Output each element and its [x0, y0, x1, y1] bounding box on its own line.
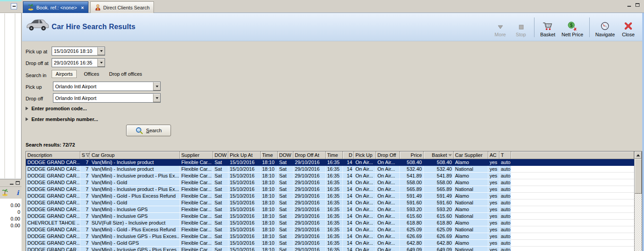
- drop-off-dropdown-button[interactable]: [153, 94, 160, 102]
- pick-up-at-dropdown-button[interactable]: [97, 47, 105, 55]
- drop-off-at-dropdown-button[interactable]: [97, 59, 105, 67]
- tab-booking-ref[interactable]: Book. ref.: <none> ×: [23, 1, 88, 13]
- table-row[interactable]: DODGE GRAND CAR...7Van(Mini) - Inclusive…: [26, 166, 634, 173]
- cell: Van(Mini) - Inclusive GPS: [90, 213, 180, 220]
- nett-price-button[interactable]: $ Nett Price: [558, 17, 586, 38]
- table-row[interactable]: DODGE GRAND CAR...7Van(Mini) - Inclusive…: [26, 247, 634, 251]
- drop-off-at-field[interactable]: 29/10/2016 16:35: [52, 58, 105, 67]
- column-header[interactable]: Price: [400, 151, 424, 159]
- tab-direct-clients-search[interactable]: Direct Clients Search: [90, 1, 154, 13]
- cell: auto: [499, 179, 511, 186]
- cell: yes: [488, 220, 499, 226]
- pick-up-dropdown-button[interactable]: [153, 82, 160, 91]
- cell: National: [454, 247, 488, 251]
- panel-icon-row: i: [0, 187, 22, 199]
- basket-button[interactable]: Basket: [537, 17, 559, 38]
- panel-minimize-icon[interactable]: [10, 184, 13, 185]
- table-row[interactable]: CHEVROLET TAHOE ...7SUV(Full Size) - Inc…: [26, 220, 634, 226]
- column-header[interactable]: Pick Up: [354, 151, 376, 159]
- cell: On Air...: [354, 179, 376, 186]
- cell: 15/10/2016: [228, 179, 261, 186]
- cell: On Air...: [376, 173, 400, 179]
- table-row[interactable]: DODGE GRAND CAR...7Van(Mini) - Inclusive…: [26, 213, 634, 220]
- info-icon[interactable]: i: [17, 189, 19, 196]
- cell: 649.09: [400, 247, 424, 251]
- scrollbar-thumb[interactable]: [635, 159, 642, 194]
- cell: 16:35: [326, 213, 343, 220]
- column-header[interactable]: Description: [26, 151, 80, 159]
- search-in-option-offices[interactable]: Offices: [81, 70, 102, 78]
- column-header[interactable]: Time: [326, 151, 343, 159]
- window-minimize-button[interactable]: [627, 6, 631, 7]
- cell: Sat: [213, 233, 228, 240]
- column-header[interactable]: Drop Off: [376, 151, 400, 159]
- search-button[interactable]: Search: [126, 125, 171, 136]
- panel-restore-icon[interactable]: [16, 181, 20, 185]
- total-value: 0.00: [0, 216, 20, 222]
- cell: 15/10/2016: [228, 233, 261, 240]
- table-row[interactable]: DODGE GRAND CAR...7Van(Mini) - Gold - Pl…: [26, 226, 634, 233]
- table-row[interactable]: DODGE GRAND CAR...7Van(Mini) - GoldFlexi…: [26, 199, 634, 206]
- membership-number-expander[interactable]: Enter membership number...: [26, 117, 98, 122]
- table-row[interactable]: DODGE GRAND CAR...7Van(Mini) - Inclusive…: [26, 206, 634, 213]
- column-header[interactable]: Car Supplier: [454, 151, 488, 159]
- dock-collapse-button[interactable]: [11, 3, 17, 9]
- scroll-up-button[interactable]: [635, 151, 642, 159]
- cell: 14: [343, 206, 354, 213]
- table-row[interactable]: DODGE GRAND CAR...7Van(Mini) - Inclusive…: [26, 186, 634, 193]
- cell: 18:10: [261, 166, 278, 173]
- column-header[interactable]: S: [80, 151, 90, 159]
- search-in-option-airports[interactable]: Airports: [52, 70, 77, 78]
- cell: Sat: [278, 173, 294, 179]
- cell: 29/10/2016: [294, 159, 326, 166]
- cell: Sat: [213, 220, 228, 226]
- cell: auto: [499, 173, 511, 179]
- tab-close-icon[interactable]: ×: [81, 5, 84, 10]
- cell: 16:35: [326, 247, 343, 251]
- column-header[interactable]: DOW: [213, 151, 228, 159]
- column-header[interactable]: Drop Off At: [294, 151, 326, 159]
- cell: Sat: [278, 213, 294, 220]
- close-button[interactable]: Close: [618, 17, 639, 38]
- search-in-option-drop-off-offices[interactable]: Drop off offices: [106, 70, 145, 78]
- cell: 15/10/2016: [228, 226, 261, 233]
- column-header[interactable]: Pick Up At: [228, 151, 261, 159]
- cell: Sat: [213, 193, 228, 199]
- column-header[interactable]: Car Group: [90, 151, 180, 159]
- column-header[interactable]: DOW: [278, 151, 294, 159]
- cell: 14: [343, 213, 354, 220]
- table-row[interactable]: DODGE GRAND CAR...7Van(Mini) - GoldFlexi…: [26, 179, 634, 186]
- panel-totals: 0.00 0 0.00 0.00: [0, 199, 22, 229]
- window-restore-button[interactable]: [635, 3, 640, 7]
- cell: Flexible Car...: [180, 240, 213, 247]
- cell: 593.20: [424, 206, 454, 213]
- pick-up-combobox[interactable]: Orlando Intl Airport: [53, 82, 161, 91]
- cell: Flexible Car...: [180, 159, 213, 166]
- cell: yes: [488, 179, 499, 186]
- vertical-scrollbar[interactable]: [634, 151, 642, 251]
- table-row[interactable]: DODGE GRAND CAR...7Van(Mini) - Inclusive…: [26, 173, 634, 179]
- table-row[interactable]: DODGE GRAND CAR...7Van(Mini) - Inclusive…: [26, 159, 634, 166]
- toolbar-separator: [589, 17, 590, 37]
- column-header[interactable]: T: [499, 151, 511, 159]
- column-header[interactable]: Time: [261, 151, 278, 159]
- scrollbar-track[interactable]: [635, 194, 642, 251]
- cell: 18:10: [261, 247, 278, 251]
- column-header[interactable]: D: [343, 151, 354, 159]
- cell: 18:10: [261, 220, 278, 226]
- promotion-code-expander[interactable]: Enter promotion code...: [26, 106, 87, 111]
- pick-up-at-field[interactable]: 15/10/2016 18:10: [52, 47, 105, 56]
- table-row[interactable]: DODGE GRAND CAR...7Van(Mini) - Gold GPSF…: [26, 240, 634, 247]
- cell-filler: [511, 199, 634, 206]
- table-row[interactable]: DODGE GRAND CAR...7Van(Mini) - Gold - Pl…: [26, 193, 634, 199]
- column-header[interactable]: Basket: [424, 151, 454, 159]
- cell: CHEVROLET TAHOE ...: [26, 220, 80, 226]
- minimize-icon: [13, 6, 16, 7]
- table-row[interactable]: DODGE GRAND CAR...7Van(Mini) - Inclusive…: [26, 233, 634, 240]
- drop-off-combobox[interactable]: Orlando Intl Airport: [53, 93, 161, 103]
- column-header[interactable]: Supplier: [180, 151, 213, 159]
- cell: 18:10: [261, 199, 278, 206]
- column-header[interactable]: AC: [488, 151, 499, 159]
- navigate-button[interactable]: Navigate: [592, 17, 618, 38]
- cell: DODGE GRAND CAR...: [26, 173, 80, 179]
